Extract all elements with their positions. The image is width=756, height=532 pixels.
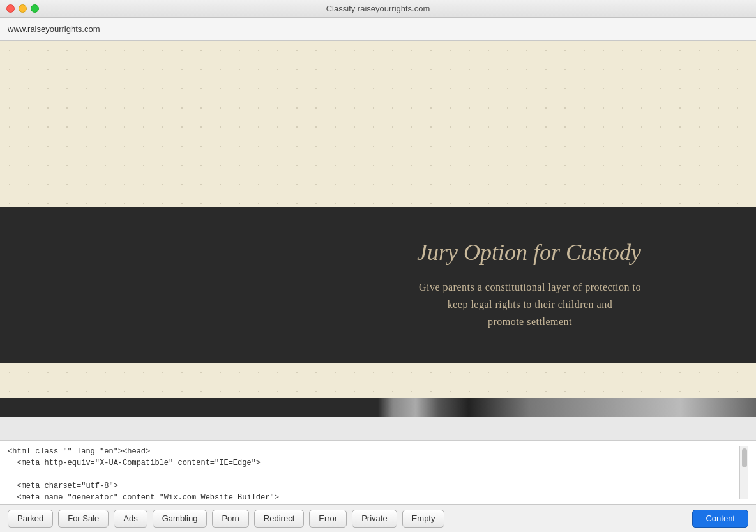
source-line-2: <meta http-equiv="X-UA-Compatible" conte… <box>8 457 739 469</box>
error-button[interactable]: Error <box>309 510 347 528</box>
window-title: Classify raiseyourrights.com <box>326 4 430 13</box>
dark-section: Jury Option for Custody Give parents a c… <box>0 207 756 363</box>
redirect-button[interactable]: Redirect <box>254 510 304 528</box>
dark-strip <box>0 398 756 417</box>
for-sale-button[interactable]: For Sale <box>58 510 109 528</box>
source-code-area: <html class="" lang="en"><head> <meta ht… <box>0 440 756 504</box>
private-button[interactable]: Private <box>352 510 397 528</box>
source-line-1: <html class="" lang="en"><head> <box>8 446 739 457</box>
source-scrollbar[interactable] <box>739 446 748 499</box>
ads-button[interactable]: Ads <box>114 510 147 528</box>
porn-button[interactable]: Porn <box>212 510 248 528</box>
content-button[interactable]: Content <box>692 510 748 528</box>
title-bar: Classify raiseyourrights.com <box>0 0 756 18</box>
minimize-button[interactable] <box>19 4 27 13</box>
source-line-3 <box>8 469 739 480</box>
maximize-button[interactable] <box>31 4 39 13</box>
close-button[interactable] <box>6 4 15 13</box>
source-line-4: <meta charset="utf-8"> <box>8 480 739 492</box>
cream-bottom-section <box>0 363 756 398</box>
window-controls <box>6 4 39 13</box>
parked-button[interactable]: Parked <box>8 510 53 528</box>
cream-top-section <box>0 41 756 207</box>
source-code-text[interactable]: <html class="" lang="en"><head> <meta ht… <box>8 446 739 499</box>
source-line-5: <meta name="generator" content="Wix.com … <box>8 492 739 499</box>
dark-section-title: Jury Option for Custody <box>417 239 641 266</box>
gambling-button[interactable]: Gambling <box>153 510 208 528</box>
empty-button[interactable]: Empty <box>402 510 445 528</box>
url-display: www.raiseyourrights.com <box>8 24 100 34</box>
bottom-toolbar: Parked For Sale Ads Gambling Porn Redire… <box>0 504 756 532</box>
website-preview: Jury Option for Custody Give parents a c… <box>0 41 756 440</box>
dark-section-body: Give parents a constitutional layer of p… <box>419 278 641 331</box>
url-bar: www.raiseyourrights.com <box>0 18 756 41</box>
main-content: Jury Option for Custody Give parents a c… <box>0 41 756 504</box>
scrollbar-thumb <box>742 448 747 467</box>
